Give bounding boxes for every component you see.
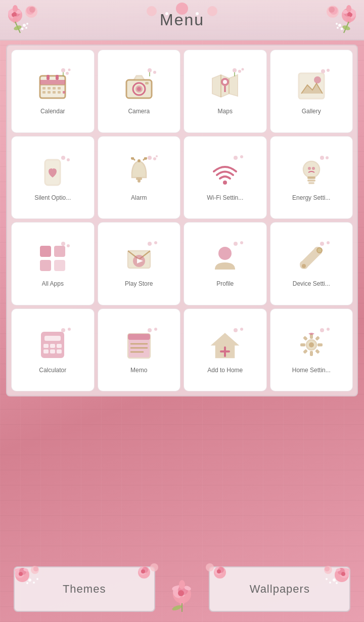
profile-flower-decor [231,240,245,250]
maps-icon-area [207,68,243,104]
homesettings-label: Home Settin... [292,367,331,374]
menu-item-silent[interactable]: Silent Optio... [11,136,95,219]
themes-label: Themes [63,583,106,596]
svg-point-69 [149,69,151,71]
playstore-icon-area [121,241,157,276]
menu-item-allapps[interactable]: All Apps [11,222,95,305]
menu-item-wifi[interactable]: Wi-Fi Settin... [184,136,267,219]
svg-point-76 [223,80,227,84]
svg-rect-53 [63,91,65,94]
menu-item-addtohome[interactable]: Add to Home [184,308,267,392]
svg-rect-43 [47,75,50,80]
allapps-flower-decor [58,240,72,250]
svg-point-103 [149,157,151,159]
svg-point-56 [62,69,64,71]
svg-point-142 [241,242,243,244]
profile-icon-area [207,241,243,276]
wifi-icon-area [207,155,243,190]
wallpapers-btn-rose-left [205,560,235,585]
memo-icon-area [121,327,157,363]
addtohome-label: Add to Home [207,367,243,374]
svg-point-17 [147,6,157,16]
svg-rect-185 [315,336,320,341]
wifi-flower-decor [231,154,245,164]
svg-point-148 [327,242,329,244]
svg-point-174 [235,329,237,331]
themes-button[interactable]: Themes [14,566,155,612]
bottom-section: Themes [0,401,364,622]
menu-item-memo[interactable]: Memo [98,308,181,392]
playstore-flower-decor [145,240,159,250]
silent-icon-area [35,155,70,190]
svg-point-198 [33,566,38,571]
svg-point-97 [138,159,141,162]
wallpapers-label: Wallpapers [250,583,310,596]
menu-item-homesettings[interactable]: Home Settin... [270,308,353,392]
gallery-label: Gallery [302,108,321,115]
menu-item-playstore[interactable]: Play Store [98,222,181,305]
addtohome-icon-area [207,327,243,363]
menu-item-calculator[interactable]: Calculator [11,308,95,392]
svg-point-58 [67,73,68,74]
menu-item-energy[interactable]: Energy Setti... [270,136,353,219]
svg-point-122 [326,157,328,158]
svg-point-107 [156,156,157,157]
svg-rect-46 [48,87,51,90]
svg-rect-115 [307,180,315,182]
svg-point-178 [309,342,314,347]
playstore-label: Play Store [125,280,153,287]
addtohome-flower-decor [231,326,245,336]
svg-point-160 [69,328,70,330]
silent-flower-decor [58,154,72,164]
energy-flower-decor [317,154,331,164]
svg-point-232 [329,582,331,584]
allapps-label: All Apps [42,280,64,287]
memo-flower-decor [145,326,159,336]
calendar-icon-area [35,68,70,104]
menu-item-maps[interactable]: Maps [184,50,267,133]
svg-rect-180 [310,351,313,356]
menu-container: Calendar [6,45,358,396]
svg-rect-47 [53,87,56,90]
svg-rect-66 [145,82,149,84]
svg-point-38 [336,23,338,25]
svg-point-158 [62,329,64,331]
svg-point-15 [21,28,24,30]
svg-point-138 [218,247,232,260]
svg-point-194 [19,572,23,576]
svg-point-83 [242,69,243,70]
homesettings-flower-decor [317,326,331,336]
menu-item-camera[interactable]: Camera [98,50,181,133]
menu-item-calendar[interactable]: Calendar [11,50,95,133]
svg-point-206 [141,569,145,573]
devicesettings-flower-decor [317,240,331,250]
svg-point-169 [155,328,156,330]
svg-point-135 [149,243,151,245]
header-title: Menu [160,11,204,29]
menu-item-profile[interactable]: Profile [184,222,267,305]
wallpapers-button[interactable]: Wallpapers [209,566,350,612]
silent-label: Silent Optio... [34,194,71,201]
menu-item-alarm[interactable]: Alarm [98,136,181,219]
header-bar: Menu [0,0,364,40]
energy-label: Energy Setti... [292,194,330,201]
menu-item-devicesettings[interactable]: Device Setti... [270,222,353,305]
camera-label: Camera [128,108,150,115]
svg-rect-51 [53,91,56,94]
svg-point-108 [223,181,227,185]
gallery-icon-area [294,68,329,104]
svg-point-96 [138,180,141,183]
svg-rect-182 [317,343,323,346]
svg-point-6 [13,5,18,12]
svg-point-81 [239,71,241,72]
menu-item-gallery[interactable]: Gallery [270,50,353,133]
svg-rect-48 [58,87,61,90]
allapps-icon-area [35,241,70,276]
svg-point-28 [346,5,351,12]
svg-rect-125 [40,260,51,271]
maps-flower-decor [231,67,245,77]
svg-point-65 [137,87,141,91]
memo-label: Memo [130,367,147,374]
calculator-icon-area [35,327,70,363]
svg-point-143 [302,264,306,268]
